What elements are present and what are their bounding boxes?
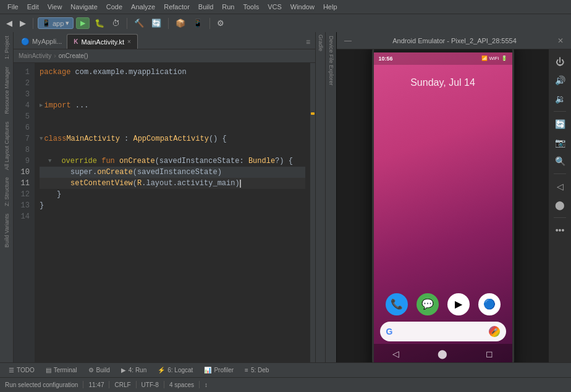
play-store-icon: ▶ <box>455 298 462 310</box>
line-numbers: 1 2 3 4 5 6 7 8 9 10 11 12 13 14 <box>14 63 35 362</box>
run-tab-icon: ▶ <box>121 367 126 373</box>
fold-icon-method[interactable]: ▼ <box>48 156 51 167</box>
phone-search-bar[interactable]: G 🎤 <box>380 322 506 341</box>
back-button[interactable]: ◀ <box>4 17 15 29</box>
code-content[interactable]: package com.example.myapplication ▶ impo… <box>35 63 310 362</box>
menu-edit[interactable]: Edit <box>23 2 43 12</box>
signal-icon: 📶 <box>481 56 488 61</box>
emulator-home-button[interactable]: ⬤ <box>551 196 569 214</box>
tab-mainactivity[interactable]: K MainActivity.kt × <box>67 34 138 49</box>
breadcrumb-bar: MainActivity › onCreate() <box>14 49 315 63</box>
status-lf[interactable]: ↕ <box>205 382 208 388</box>
tab-terminal[interactable]: ▤ Terminal <box>41 363 82 377</box>
profile-button[interactable]: ⏱ <box>109 17 122 29</box>
menu-refactor[interactable]: Refactor <box>160 2 193 12</box>
sidebar-item-layout-captures[interactable]: All Layout Captures <box>2 118 11 174</box>
bottom-status-bar: Run selected configuration 11:47 CRLF UT… <box>0 378 571 392</box>
menu-analyze[interactable]: Analyze <box>127 2 159 12</box>
phone-app-3[interactable]: ▶ <box>447 293 470 315</box>
app-selector[interactable]: 📱 app ▾ <box>38 17 74 29</box>
tabs-settings-button[interactable]: ≡ <box>303 36 313 48</box>
tab-build[interactable]: ⚙ Build <box>83 363 115 377</box>
breadcrumb-method[interactable]: onCreate() <box>59 52 88 59</box>
status-indent[interactable]: 4 spaces <box>169 382 194 388</box>
sdk-manager-button[interactable]: 📦 <box>173 17 188 29</box>
menu-help[interactable]: Help <box>319 2 341 12</box>
tab-terminal-label: Terminal <box>54 367 77 373</box>
menu-vcs[interactable]: VCS <box>264 2 286 12</box>
google-mic-button[interactable]: 🎤 <box>489 326 500 337</box>
phone-app-1[interactable]: 📞 <box>386 293 408 315</box>
editor-scrollbar[interactable] <box>310 63 315 362</box>
emulator-back-button[interactable]: ◁ <box>551 178 569 195</box>
sidebar-item-resource-manager[interactable]: Resource Manager <box>2 63 11 118</box>
phone-time: 10:56 <box>379 56 393 62</box>
wifi-icon: WiFi <box>489 56 499 61</box>
menu-build[interactable]: Build <box>195 2 217 12</box>
emulator-volume-up-button[interactable]: 🔊 <box>551 72 569 89</box>
emulator-rotate-button[interactable]: 🔄 <box>551 115 569 133</box>
toolbar-separator-4 <box>209 18 210 29</box>
tab-run[interactable]: ▶ 4: Run <box>116 363 151 377</box>
fold-icon-class[interactable]: ▼ <box>40 133 43 144</box>
forward-button[interactable]: ▶ <box>17 17 28 29</box>
tab-todo[interactable]: ☰ TODO <box>4 363 40 377</box>
terminal-icon: ▤ <box>46 367 51 373</box>
breadcrumb-class[interactable]: MainActivity <box>19 52 51 59</box>
emulator-minimize-button[interactable]: — <box>342 36 354 45</box>
status-charset[interactable]: UTF-8 <box>142 382 159 388</box>
emulator-volume-down-button[interactable]: 🔉 <box>551 90 569 107</box>
sidebar-item-project[interactable]: 1: Project <box>2 32 11 63</box>
status-line-ending[interactable]: CRLF <box>114 382 130 388</box>
avd-manager-button[interactable]: 📱 <box>190 17 205 29</box>
emulator-power-button[interactable]: ⏻ <box>551 53 569 70</box>
settings-button[interactable]: ⚙ <box>214 17 227 29</box>
emulator-screenshot-button[interactable]: 📷 <box>551 134 569 151</box>
menu-bar: File Edit View Navigate Code Analyze Ref… <box>0 0 571 14</box>
tab-mainactivity-label: MainActivity.kt <box>82 38 124 46</box>
tab-profiler[interactable]: 📊 Profiler <box>199 363 239 377</box>
code-line-1: package com.example.myapplication <box>40 67 305 78</box>
phone-back-button[interactable]: ◁ <box>386 346 405 361</box>
debug-button[interactable]: 🐛 <box>92 17 107 29</box>
fold-icon-import[interactable]: ▶ <box>40 100 43 111</box>
tab-myapplication[interactable]: 🔵 MyAppli... <box>16 34 67 49</box>
bottom-area: ☰ TODO ▤ Terminal ⚙ Build ▶ 4: Run ⚡ 6: … <box>0 362 571 392</box>
tab-close-button[interactable]: × <box>127 38 131 45</box>
status-separator-2 <box>109 381 109 388</box>
phone-app-4[interactable]: 🔵 <box>478 293 501 315</box>
build-button[interactable]: 🔨 <box>132 17 146 29</box>
sidebar-item-gradle[interactable]: Gradle <box>316 32 325 54</box>
app-icon: 📱 <box>42 19 51 27</box>
emulator-separator-1 <box>554 111 566 112</box>
breadcrumb-separator: › <box>54 52 56 59</box>
phone-screen[interactable]: 10:56 📶 WiFi 🔋 Sunday, Jul 14 <box>374 52 512 363</box>
status-separator-1 <box>83 381 83 388</box>
menu-tools[interactable]: Tools <box>239 2 263 12</box>
tabs-right-controls: ≡ <box>303 36 313 49</box>
toolbar-separator-3 <box>168 18 169 29</box>
sidebar-item-build-variants[interactable]: Build Variants <box>2 210 11 251</box>
emulator-separator-2 <box>554 173 566 174</box>
emulator-more-button[interactable]: ••• <box>551 222 569 239</box>
run-button[interactable]: ▶ <box>76 17 90 29</box>
code-line-5 <box>40 111 305 122</box>
menu-code[interactable]: Code <box>103 2 126 12</box>
menu-window[interactable]: Window <box>287 2 318 12</box>
menu-file[interactable]: File <box>4 2 22 12</box>
menu-navigate[interactable]: Navigate <box>67 2 101 12</box>
sidebar-item-structure[interactable]: Z: Structure <box>2 173 11 210</box>
sidebar-item-device-file-explorer[interactable]: Device File Explorer <box>327 32 336 90</box>
sync-button[interactable]: 🔄 <box>149 17 164 29</box>
tab-debug[interactable]: ≡ 5: Deb <box>240 363 274 377</box>
code-editor[interactable]: 1 2 3 4 5 6 7 8 9 10 11 12 13 14 package… <box>14 63 315 362</box>
phone-app-2[interactable]: 💬 <box>417 293 439 315</box>
phone-home-button[interactable]: ⬤ <box>431 346 454 361</box>
tab-logcat[interactable]: ⚡ 6: Logcat <box>153 363 198 377</box>
code-line-11: setContentView(R.layout.activity_main) <box>40 178 305 189</box>
menu-run[interactable]: Run <box>218 2 238 12</box>
emulator-close-button[interactable]: ✕ <box>555 36 566 45</box>
phone-recents-button[interactable]: ◻ <box>480 346 499 361</box>
emulator-zoom-button[interactable]: 🔍 <box>551 152 569 170</box>
menu-view[interactable]: View <box>44 2 66 12</box>
